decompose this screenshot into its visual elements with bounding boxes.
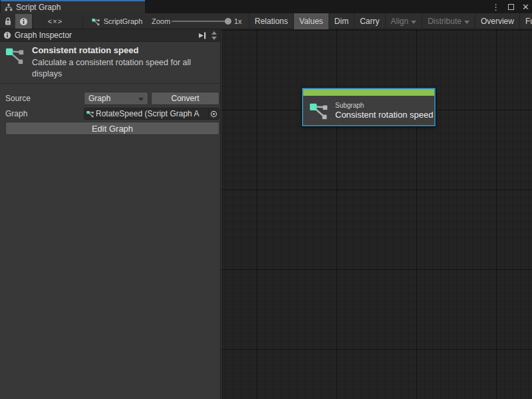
- graph-inspector-header: Graph Inspector: [0, 29, 220, 42]
- node-type-label: Subgraph: [335, 102, 433, 109]
- subgraph-node[interactable]: Subgraph Consistent rotation speed: [302, 88, 436, 126]
- script-graph-icon: [92, 17, 100, 26]
- section-divider: [0, 83, 220, 84]
- relations-button[interactable]: Relations: [249, 13, 293, 29]
- info-icon: [19, 17, 28, 26]
- zoom-label: Zoom: [152, 13, 170, 29]
- values-button[interactable]: Values: [293, 13, 329, 29]
- graph-toolbar: <×> ScriptGraph Zoom 1x Relations: [0, 13, 532, 29]
- scroll-down-icon[interactable]: [211, 37, 217, 40]
- graph-canvas[interactable]: Subgraph Consistent rotation speed: [221, 29, 532, 399]
- lock-button[interactable]: [1, 14, 15, 29]
- tab-title: Script Graph: [16, 3, 61, 12]
- scroll-up-icon[interactable]: [211, 31, 217, 35]
- inspected-node-description: Calculate a consistent rotation speed fo…: [32, 57, 210, 80]
- code-view-button[interactable]: <×>: [41, 14, 69, 29]
- script-graph-window: Script Graph ⋮ ✕: [0, 0, 532, 399]
- carry-button[interactable]: Carry: [354, 13, 384, 29]
- graph-inspector-panel: Graph Inspector: [0, 29, 221, 399]
- chevron-down-icon: [138, 98, 144, 101]
- distribute-dropdown[interactable]: Distribute: [422, 13, 475, 29]
- inspector-toggle-button[interactable]: [15, 14, 32, 29]
- object-picker-button[interactable]: [208, 108, 219, 119]
- graph-object-value: RotateSpeed (Script Graph A: [96, 109, 208, 118]
- node-body: Subgraph Consistent rotation speed: [303, 96, 434, 125]
- align-dropdown[interactable]: Align: [385, 13, 422, 29]
- breadcrumb-scriptgraph[interactable]: ScriptGraph: [86, 14, 148, 29]
- window-controls: ⋮ ✕: [491, 0, 529, 13]
- node-header-bar: [303, 89, 434, 96]
- edit-graph-button[interactable]: Edit Graph: [5, 122, 219, 135]
- toolbar-buttons: Relations Values Dim Carry Align Distrib…: [249, 13, 532, 29]
- toolbar-separator: [33, 14, 33, 29]
- toolbar-separator: [82, 14, 83, 29]
- script-graph-icon: [86, 110, 94, 118]
- code-view-icon: <×>: [48, 17, 63, 25]
- panel-title: Graph Inspector: [15, 31, 72, 40]
- zoom-slider[interactable]: [172, 21, 230, 22]
- script-graph-icon: [5, 45, 25, 65]
- source-label: Source: [5, 94, 31, 103]
- window-menu-icon[interactable]: ⋮: [491, 3, 500, 11]
- dim-button[interactable]: Dim: [329, 13, 354, 29]
- graph-object-field[interactable]: RotateSpeed (Script Graph A: [84, 108, 219, 120]
- lock-icon: [4, 17, 12, 26]
- breadcrumb-label: ScriptGraph: [104, 17, 143, 25]
- maximize-icon[interactable]: [508, 4, 514, 10]
- convert-button[interactable]: Convert: [151, 92, 219, 105]
- source-dropdown-value: Graph: [88, 94, 138, 103]
- overview-button[interactable]: Overview: [475, 13, 519, 29]
- tab-script-graph[interactable]: Script Graph: [1, 0, 145, 13]
- source-dropdown[interactable]: Graph: [84, 92, 148, 105]
- chevron-down-icon: [464, 21, 469, 24]
- chevron-down-icon: [411, 21, 416, 24]
- zoom-value: 1x: [234, 13, 242, 29]
- panel-scroll-spinner[interactable]: [209, 31, 219, 40]
- close-icon[interactable]: ✕: [522, 3, 529, 11]
- info-icon: [3, 31, 11, 39]
- inspected-node-title: Consistent rotation speed: [32, 45, 138, 55]
- script-graph-window-icon: [5, 3, 13, 11]
- zoom-slider-handle[interactable]: [225, 18, 231, 25]
- node-title-label: Consistent rotation speed: [335, 110, 433, 120]
- fullscreen-button[interactable]: Full Screen: [519, 13, 532, 29]
- script-graph-icon: [309, 100, 329, 120]
- tab-bar: Script Graph ⋮ ✕: [0, 0, 532, 13]
- graph-label: Graph: [5, 109, 27, 118]
- object-picker-icon: [210, 110, 217, 118]
- dock-panel-icon[interactable]: [198, 31, 207, 40]
